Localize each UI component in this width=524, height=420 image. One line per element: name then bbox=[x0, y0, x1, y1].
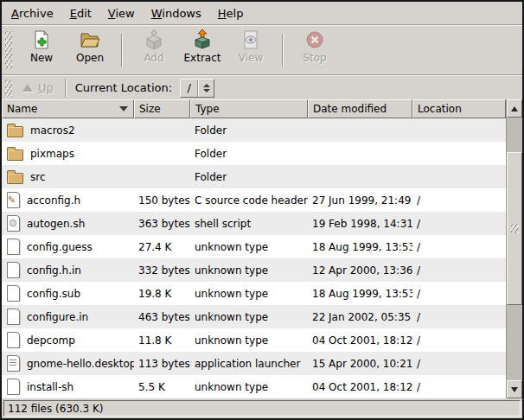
file-date-modified: 18 Aug 1999, 13:53 bbox=[308, 288, 412, 300]
new-button[interactable]: New bbox=[17, 28, 66, 73]
menu-archive[interactable]: Archive bbox=[4, 3, 63, 23]
table-row[interactable]: src Folder bbox=[2, 165, 506, 188]
table-row[interactable]: autogen.sh 363 bytes shell script 19 Feb… bbox=[2, 212, 506, 235]
file-date-modified: 18 Aug 1999, 13:53 bbox=[308, 241, 412, 253]
file-type-icon bbox=[7, 150, 23, 161]
table-row[interactable]: pixmaps Folder bbox=[2, 142, 506, 165]
toolbar-grip[interactable] bbox=[5, 31, 12, 69]
status-text: 112 files (630.3 K) bbox=[8, 403, 103, 415]
menu-windows[interactable]: Windows bbox=[144, 3, 211, 23]
file-type: unknown type bbox=[190, 241, 308, 253]
up-arrow-icon bbox=[22, 84, 33, 92]
file-type: unknown type bbox=[190, 381, 308, 393]
file-date-modified: 15 Apr 2000, 10:21 bbox=[308, 358, 412, 370]
file-type: Folder bbox=[190, 148, 308, 160]
stop-button[interactable]: Stop bbox=[291, 28, 339, 73]
file-type-icon bbox=[7, 285, 20, 302]
file-size: 332 bytes bbox=[134, 264, 190, 277]
combo-dropdown-icon[interactable] bbox=[198, 80, 214, 97]
table-row[interactable]: depcomp 11.8 K unknown type 04 Oct 2001,… bbox=[2, 328, 506, 352]
file-name: macros2 bbox=[30, 124, 75, 137]
file-list: Name Size Type Date modified Location ma… bbox=[2, 99, 522, 398]
view-file-icon bbox=[240, 29, 261, 50]
file-type-icon bbox=[7, 379, 20, 395]
table-row[interactable]: configure.in 463 bytes unknown type 22 J… bbox=[2, 305, 506, 328]
location-combobox[interactable]: / bbox=[180, 79, 214, 98]
file-size: 27.4 K bbox=[134, 241, 190, 253]
file-name: pixmaps bbox=[30, 148, 74, 160]
file-location: / bbox=[412, 218, 506, 230]
table-row[interactable]: config.guess 27.4 K unknown type 18 Aug … bbox=[2, 235, 506, 258]
table-row[interactable]: config.sub 19.8 K unknown type 18 Aug 19… bbox=[2, 282, 506, 305]
table-body: macros2 Folder pixmaps Folder bbox=[2, 118, 506, 398]
location-bar: Up Current Location: / bbox=[2, 76, 522, 99]
open-button[interactable]: Open bbox=[66, 28, 114, 73]
sort-descending-icon bbox=[119, 106, 128, 111]
file-type: unknown type bbox=[190, 288, 308, 300]
table-row[interactable]: macros2 Folder bbox=[2, 118, 506, 142]
file-type-icon bbox=[7, 332, 20, 348]
table-row[interactable]: acconfig.h 150 bytes C source code heade… bbox=[2, 188, 506, 212]
file-type-icon bbox=[7, 262, 20, 278]
table-row[interactable]: install-sh 5.5 K unknown type 04 Oct 200… bbox=[2, 375, 506, 398]
column-header-name[interactable]: Name bbox=[2, 99, 134, 118]
table-row[interactable]: gnome-hello.desktop 113 bytes applicatio… bbox=[2, 352, 506, 375]
extract-icon bbox=[192, 29, 213, 50]
column-header-type[interactable]: Type bbox=[190, 99, 308, 118]
file-date-modified: 04 Oct 2001, 18:12 bbox=[308, 381, 412, 393]
status-bar: 112 files (630.3 K) bbox=[2, 398, 522, 418]
stop-button-label: Stop bbox=[303, 52, 326, 64]
scroll-up-button[interactable] bbox=[507, 99, 522, 118]
menu-help[interactable]: Help bbox=[211, 3, 253, 23]
menu-view[interactable]: View bbox=[101, 3, 144, 23]
file-name: src bbox=[30, 171, 46, 183]
scroll-up-icon bbox=[511, 106, 518, 111]
menu-edit[interactable]: Edit bbox=[63, 3, 101, 23]
file-location: / bbox=[412, 194, 506, 207]
separator bbox=[121, 34, 123, 67]
file-type: unknown type bbox=[190, 334, 308, 347]
extract-button-label: Extract bbox=[184, 52, 221, 64]
new-button-label: New bbox=[30, 52, 53, 64]
file-name: config.h.in bbox=[27, 264, 81, 277]
up-button[interactable]: Up bbox=[16, 80, 60, 96]
column-header-size[interactable]: Size bbox=[134, 99, 190, 118]
file-location: / bbox=[412, 264, 506, 277]
file-type: unknown type bbox=[190, 311, 308, 323]
scrollbar-track[interactable] bbox=[507, 118, 522, 380]
table-row[interactable]: config.h.in 332 bytes unknown type 12 Ap… bbox=[2, 258, 506, 282]
file-type-icon bbox=[7, 173, 23, 184]
file-location: / bbox=[412, 288, 506, 300]
file-type-icon bbox=[7, 192, 20, 208]
extract-button[interactable]: Extract bbox=[178, 28, 227, 73]
open-archive-icon bbox=[80, 29, 100, 50]
file-size: 11.8 K bbox=[134, 334, 190, 347]
view-button-label: View bbox=[239, 52, 263, 64]
column-header-date-modified[interactable]: Date modified bbox=[308, 99, 412, 118]
file-location: / bbox=[412, 381, 506, 393]
file-date-modified: 04 Oct 2001, 18:12 bbox=[308, 334, 412, 347]
file-type-icon bbox=[7, 239, 20, 255]
add-button[interactable]: Add bbox=[130, 28, 178, 73]
scrollbar-thumb[interactable] bbox=[507, 152, 522, 305]
scroll-down-button[interactable] bbox=[507, 380, 522, 398]
column-header-location[interactable]: Location bbox=[412, 99, 506, 118]
file-type-icon bbox=[7, 126, 23, 137]
up-button-label: Up bbox=[38, 81, 54, 94]
scrollbar-grip bbox=[511, 224, 519, 233]
file-name: config.guess bbox=[27, 241, 93, 253]
file-type: Folder bbox=[190, 171, 308, 183]
location-bar-grip[interactable] bbox=[5, 80, 12, 97]
file-type: Folder bbox=[190, 124, 308, 137]
scroll-down-icon bbox=[511, 387, 518, 392]
file-type-icon bbox=[7, 355, 20, 372]
file-type-icon bbox=[7, 309, 20, 325]
add-button-label: Add bbox=[144, 52, 163, 64]
file-location: / bbox=[412, 241, 506, 253]
file-location: / bbox=[412, 311, 506, 323]
open-button-label: Open bbox=[76, 52, 104, 64]
view-button[interactable]: View bbox=[227, 28, 275, 73]
file-name: acconfig.h bbox=[27, 194, 80, 207]
file-type: application launcher bbox=[190, 358, 308, 370]
file-name: config.sub bbox=[27, 288, 80, 300]
